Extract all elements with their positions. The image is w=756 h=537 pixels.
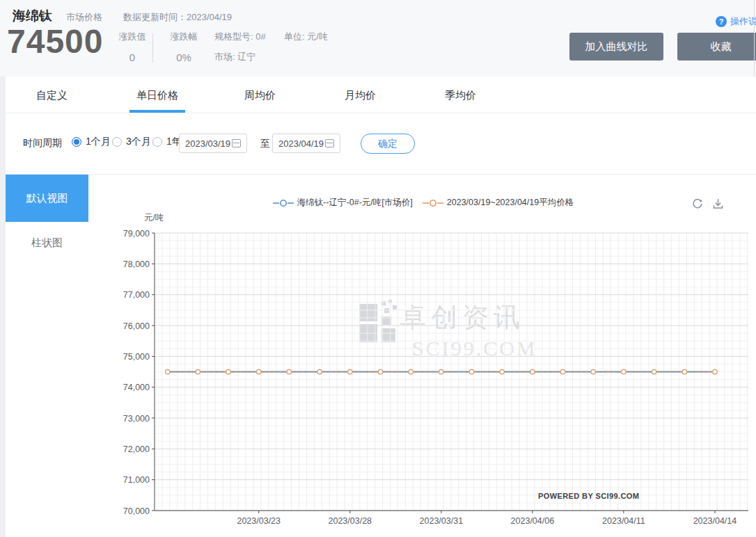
- update-time-label: 数据更新时间：: [123, 12, 187, 22]
- legend-line-circle-icon: [273, 199, 294, 207]
- data-point-marker: [591, 369, 595, 374]
- data-point-marker: [713, 369, 717, 374]
- favorite-button[interactable]: 收藏: [677, 33, 756, 61]
- svg-text:2023/03/23: 2023/03/23: [237, 516, 281, 526]
- data-point-marker: [317, 369, 322, 374]
- svg-text:78,000: 78,000: [123, 259, 150, 269]
- svg-text:73,000: 73,000: [123, 414, 150, 424]
- data-point-marker: [378, 369, 382, 374]
- svg-text:74,000: 74,000: [123, 383, 150, 392]
- data-point-marker: [622, 369, 626, 374]
- update-time-value: 2023/04/19: [187, 12, 232, 22]
- radio-3month-label: 3个月: [126, 136, 151, 148]
- radio-3month-icon: [112, 137, 122, 147]
- svg-text:79,000: 79,000: [123, 229, 150, 239]
- market-label: 市场: 辽宁: [214, 51, 266, 63]
- sidebar-item-bar-chart[interactable]: 柱状图: [6, 232, 88, 253]
- divider: [152, 33, 153, 63]
- header: 海绵钛 市场价格 数据更新时间：2023/04/19 74500 涨跌值 0 涨…: [0, 0, 756, 77]
- end-date-value: 2023/04/19: [278, 138, 324, 149]
- svg-text:71,000: 71,000: [123, 475, 150, 485]
- svg-text:77,000: 77,000: [123, 290, 150, 300]
- data-point-marker: [409, 369, 413, 374]
- data-point-marker: [287, 369, 291, 374]
- radio-1year-icon: [152, 137, 162, 147]
- tab-quarterly-avg[interactable]: 季均价: [445, 89, 476, 102]
- tab-weekly-avg[interactable]: 周均价: [244, 89, 276, 102]
- radio-1month[interactable]: 1个月: [72, 136, 111, 148]
- download-icon[interactable]: [712, 198, 724, 209]
- spec-label: 规格型号: 0#: [214, 31, 266, 43]
- data-point-marker: [226, 369, 230, 374]
- current-price: 74500: [7, 22, 103, 61]
- data-point-marker: [166, 369, 170, 374]
- data-point-marker: [530, 369, 535, 374]
- tab-monthly-avg[interactable]: 月均价: [345, 89, 376, 102]
- radio-1month-icon: [72, 137, 81, 147]
- powered-by-label: POWERED BY SCI99.COM: [538, 492, 639, 500]
- radio-1month-label: 1个月: [86, 136, 111, 148]
- change-rate-block: 涨跌幅 0%: [166, 31, 202, 63]
- svg-text:72,000: 72,000: [123, 444, 150, 454]
- change-value-label: 涨跌值: [114, 31, 150, 43]
- radio-1year[interactable]: 1年: [152, 136, 182, 148]
- tab-bar: 自定义 单日价格 周均价 月均价 季均价: [6, 77, 756, 113]
- end-date-input[interactable]: 2023/04/19: [272, 134, 340, 153]
- svg-text:2023/04/11: 2023/04/11: [602, 516, 645, 526]
- date-range-separator: 至: [260, 138, 270, 150]
- change-rate-label: 涨跌幅: [166, 31, 202, 43]
- legend-item-average[interactable]: 2023/03/19~2023/04/19平均价格: [423, 197, 574, 209]
- question-icon: ?: [716, 16, 727, 27]
- data-point-marker: [560, 369, 565, 374]
- svg-text:2023/04/06: 2023/04/06: [511, 516, 555, 526]
- legend-line-circle-icon: [423, 199, 443, 207]
- svg-text:75,000: 75,000: [123, 352, 150, 362]
- data-point-marker: [348, 369, 352, 374]
- confirm-button[interactable]: 确定: [361, 134, 415, 154]
- help-link[interactable]: ? 操作说明: [716, 15, 756, 28]
- data-point-marker: [469, 369, 473, 374]
- chart-toolbar: [691, 198, 724, 210]
- chart-card: 默认视图 柱状图 海绵钛--辽宁-0#-元/吨[市场价] 2023/03/19~…: [6, 174, 756, 537]
- time-period-label: 时间周期: [23, 137, 62, 150]
- radio-3month[interactable]: 3个月: [112, 136, 151, 148]
- data-point-marker: [682, 369, 686, 374]
- start-date-value: 2023/03/19: [185, 138, 230, 149]
- calendar-icon: [232, 139, 241, 147]
- legend-label-average: 2023/03/19~2023/04/19平均价格: [447, 197, 574, 209]
- add-curve-compare-button[interactable]: 加入曲线对比: [569, 33, 663, 61]
- svg-text:2023/04/14: 2023/04/14: [693, 516, 737, 526]
- help-label: 操作说明: [730, 15, 756, 28]
- legend-label-series: 海绵钛--辽宁-0#-元/吨[市场价]: [297, 197, 413, 209]
- change-value-block: 涨跌值 0: [114, 31, 150, 63]
- page-edge-line: [754, 0, 755, 77]
- price-chart[interactable]: 70,00071,00072,00073,00074,00075,00076,0…: [90, 209, 756, 537]
- refresh-icon[interactable]: [691, 198, 704, 210]
- svg-text:70,000: 70,000: [123, 506, 150, 516]
- legend-item-series[interactable]: 海绵钛--辽宁-0#-元/吨[市场价]: [273, 197, 413, 209]
- unit-label: 单位: 元/吨: [284, 31, 328, 43]
- update-time: 数据更新时间：2023/04/19: [123, 11, 232, 24]
- calendar-icon: [325, 139, 334, 147]
- change-value: 0: [114, 51, 150, 63]
- tab-custom[interactable]: 自定义: [36, 89, 68, 102]
- start-date-input[interactable]: 2023/03/19: [179, 134, 247, 153]
- tab-daily-price[interactable]: 单日价格: [136, 89, 178, 102]
- spec-block: 规格型号: 0# 市场: 辽宁: [214, 31, 266, 63]
- data-point-marker: [257, 369, 261, 374]
- svg-text:76,000: 76,000: [123, 321, 150, 331]
- chart-legend: 海绵钛--辽宁-0#-元/吨[市场价] 2023/03/19~2023/04/1…: [90, 197, 756, 209]
- data-point-marker: [500, 369, 504, 374]
- data-point-marker: [196, 369, 200, 374]
- sidebar-item-default-view[interactable]: 默认视图: [6, 175, 88, 222]
- data-point-marker: [652, 369, 656, 374]
- data-point-marker: [439, 369, 443, 374]
- change-rate: 0%: [166, 51, 202, 63]
- svg-text:2023/03/28: 2023/03/28: [328, 516, 372, 526]
- svg-text:2023/03/31: 2023/03/31: [420, 516, 464, 526]
- tabs-filter-card: 自定义 单日价格 周均价 月均价 季均价 时间周期 1个月 3个月 1年 202…: [6, 77, 756, 174]
